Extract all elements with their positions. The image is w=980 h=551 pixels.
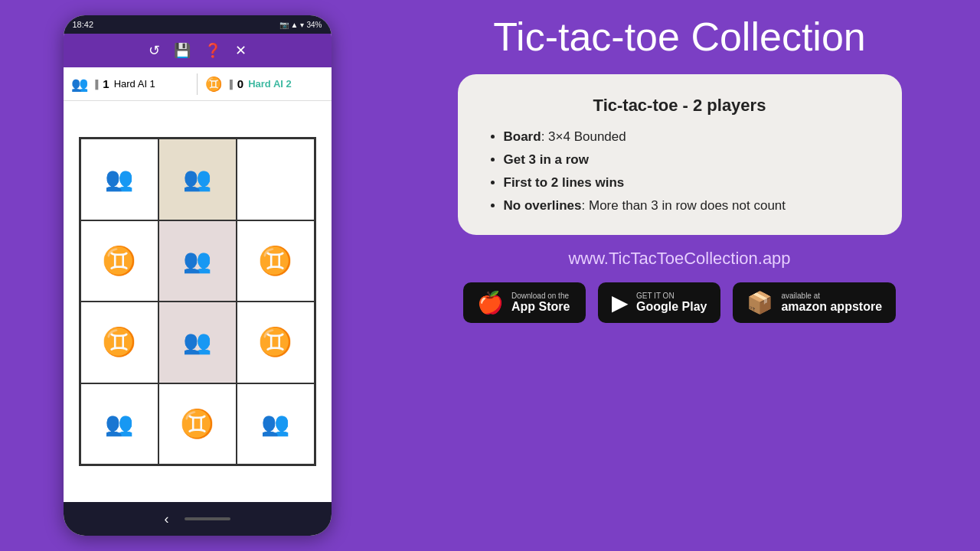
googleplay-badge[interactable]: ▶ GET IT ON Google Play	[598, 282, 720, 323]
piece-person: 👥	[261, 412, 289, 435]
cell-3-0[interactable]: 👥	[80, 383, 158, 465]
apple-icon: 🍎	[477, 290, 504, 315]
cell-0-0[interactable]: 👥	[80, 139, 158, 220]
cell-3-2[interactable]: 👥	[237, 383, 315, 465]
status-icons: 📷 ▲ ▾ 34%	[279, 21, 322, 29]
cell-2-2[interactable]: ♊	[237, 302, 315, 383]
phone-mockup: 18:42 📷 ▲ ▾ 34% ↺ 💾 ❓ ✕ 👥 ▐ 1 Hard AI 1	[64, 15, 332, 536]
amazon-icon: 📦	[746, 290, 773, 315]
googleplay-small: GET IT ON	[636, 292, 707, 300]
player2-score: ♊ ▐ 0 Hard AI 2	[198, 73, 332, 96]
top-toolbar: ↺ 💾 ❓ ✕	[64, 34, 332, 67]
amazon-text: available at amazon appstore	[781, 292, 882, 314]
amazon-small: available at	[781, 292, 882, 300]
website-url: www.TicTacToeCollection.app	[568, 249, 790, 269]
app-title: Tic-tac-toe Collection	[493, 15, 865, 59]
cell-2-1[interactable]: 👥	[158, 302, 237, 383]
appstore-text: Download on the App Store	[511, 292, 570, 314]
info-list: Board: 3×4 Bounded Get 3 in a row First …	[485, 129, 874, 214]
player1-score: 👥 ▐ 1 Hard AI 1	[64, 71, 198, 97]
bullet-nooverlines-text: : More than 3 in row does not count	[582, 198, 786, 213]
bullet-first2: First to 2 lines wins	[504, 175, 874, 191]
board-area: 👥 👥 ♊ 👥 ♊ ♊	[64, 101, 332, 502]
player2-icon: ♊	[205, 77, 222, 91]
bullet-board-label: Board	[504, 129, 541, 144]
game-board: 👥 👥 ♊ 👥 ♊ ♊	[79, 137, 316, 466]
piece-gemini: ♊	[180, 410, 214, 438]
player1-icon: 👥	[71, 76, 88, 93]
amazon-badge[interactable]: 📦 available at amazon appstore	[733, 282, 896, 323]
status-bar: 18:42 📷 ▲ ▾ 34%	[64, 15, 332, 34]
cell-0-2[interactable]	[237, 139, 315, 220]
bullet-board: Board: 3×4 Bounded	[504, 129, 874, 145]
signal-icon: ▲	[291, 21, 299, 29]
piece-gemini: ♊	[258, 247, 292, 275]
piece-person: 👥	[183, 249, 211, 272]
googleplay-big: Google Play	[636, 300, 707, 314]
appstore-big: App Store	[511, 300, 570, 314]
bottom-nav: ‹	[64, 502, 332, 536]
googleplay-text: GET IT ON Google Play	[636, 292, 707, 314]
cell-1-0[interactable]: ♊	[80, 220, 158, 302]
piece-person: 👥	[183, 168, 211, 191]
player1-indicator: ▐	[93, 80, 99, 89]
player1-name: Hard AI 1	[114, 78, 155, 90]
info-panel: Tic-tac-toe Collection Tic-tac-toe - 2 p…	[394, 0, 980, 551]
bullet-nooverlines-label: No overlines	[504, 198, 582, 213]
back-button[interactable]: ‹	[165, 511, 169, 527]
status-time: 18:42	[73, 20, 94, 29]
close-button[interactable]: ✕	[235, 42, 247, 59]
appstore-small: Download on the	[511, 292, 570, 300]
wifi-icon: ▾	[300, 21, 304, 29]
appstore-badge[interactable]: 🍎 Download on the App Store	[463, 282, 586, 323]
bullet-nooverlines: No overlines: More than 3 in row does no…	[504, 198, 874, 214]
cell-2-0[interactable]: ♊	[80, 302, 158, 383]
bullet-first2-text: First to 2 lines wins	[504, 175, 625, 190]
piece-gemini: ♊	[102, 328, 136, 356]
save-button[interactable]: 💾	[174, 42, 191, 59]
piece-gemini: ♊	[258, 328, 292, 356]
score-bar: 👥 ▐ 1 Hard AI 1 ♊ ▐ 0 Hard AI 2	[64, 67, 332, 101]
cell-3-1[interactable]: ♊	[158, 383, 237, 465]
player1-score-number: 1	[103, 77, 109, 90]
cell-0-1[interactable]: 👥	[158, 139, 237, 220]
bullet-get3-text: Get 3 in a row	[504, 152, 589, 167]
player2-score-number: 0	[237, 77, 243, 90]
play-icon: ▶	[612, 290, 629, 315]
piece-person: 👥	[183, 331, 211, 354]
bullet-board-text: : 3×4 Bounded	[541, 129, 626, 144]
video-icon: 📷	[279, 21, 289, 29]
player2-indicator: ▐	[227, 80, 233, 89]
amazon-big: amazon appstore	[781, 300, 882, 314]
card-title: Tic-tac-toe - 2 players	[485, 96, 874, 116]
piece-gemini: ♊	[102, 247, 136, 275]
piece-person: 👥	[105, 168, 133, 191]
store-badges: 🍎 Download on the App Store ▶ GET IT ON …	[463, 282, 896, 323]
piece-person: 👥	[105, 412, 133, 435]
player2-name: Hard AI 2	[248, 78, 292, 90]
cell-1-1[interactable]: 👥	[158, 220, 237, 302]
bullet-get3: Get 3 in a row	[504, 152, 874, 168]
history-button[interactable]: ↺	[149, 42, 160, 59]
nav-indicator	[185, 517, 230, 520]
battery-text: 34%	[306, 21, 322, 29]
phone-container: 18:42 📷 ▲ ▾ 34% ↺ 💾 ❓ ✕ 👥 ▐ 1 Hard AI 1	[0, 0, 394, 551]
cell-1-2[interactable]: ♊	[237, 220, 315, 302]
help-button[interactable]: ❓	[204, 42, 221, 59]
info-card: Tic-tac-toe - 2 players Board: 3×4 Bound…	[458, 74, 902, 235]
